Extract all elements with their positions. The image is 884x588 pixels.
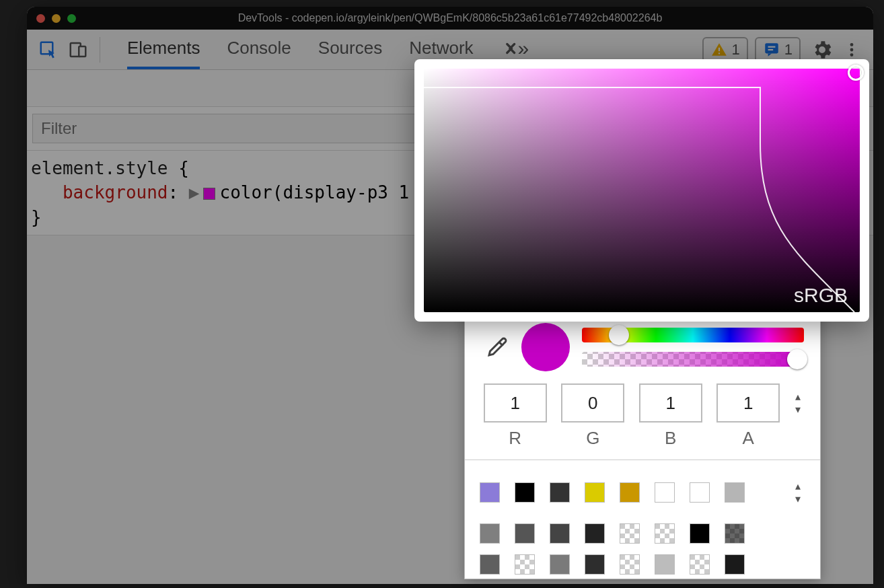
chevron-down-icon: ▾ xyxy=(795,403,801,416)
chevron-up-icon: ▴ xyxy=(795,390,801,403)
chevron-down-icon: ▾ xyxy=(795,492,801,505)
issues-count: 1 xyxy=(784,41,793,59)
tab-elements[interactable]: Elements xyxy=(127,30,200,69)
palette-swatch[interactable] xyxy=(620,523,640,544)
close-button[interactable] xyxy=(36,14,45,23)
palette-swatch[interactable] xyxy=(515,554,535,575)
gear-icon xyxy=(811,38,834,61)
svg-rect-3 xyxy=(718,47,719,50)
css-value: color(display-p3 1 0 xyxy=(219,182,430,203)
spectrum-drag-handle[interactable] xyxy=(848,65,864,81)
palette-swatch[interactable] xyxy=(480,482,500,503)
color-spectrum[interactable]: sRGB xyxy=(424,69,860,312)
alpha-slider-knob[interactable] xyxy=(787,349,807,369)
palette-swatch[interactable] xyxy=(725,554,745,575)
chevron-up-icon: ▴ xyxy=(795,480,801,492)
hue-slider[interactable] xyxy=(582,328,804,342)
palette-swatch[interactable] xyxy=(515,482,535,503)
color-swatch-button[interactable] xyxy=(203,188,215,200)
palette-swatch[interactable] xyxy=(585,554,605,575)
css-property-name: background xyxy=(63,182,168,203)
palette-swatch[interactable] xyxy=(725,482,745,503)
channel-inputs-row: 1 R 0 G 1 B 1 A ▴ ▾ xyxy=(465,377,820,451)
kebab-icon xyxy=(843,41,860,59)
color-format-toggle[interactable]: ▴ ▾ xyxy=(790,383,805,422)
b-label: B xyxy=(665,428,676,449)
palette-row-3 xyxy=(480,554,805,575)
tab-console[interactable]: Console xyxy=(227,30,291,69)
palette-swatch[interactable] xyxy=(655,554,675,575)
g-input[interactable]: 0 xyxy=(561,383,624,422)
warnings-badge[interactable]: 1 xyxy=(702,37,748,63)
eyedropper-button[interactable] xyxy=(485,335,509,359)
svg-point-9 xyxy=(850,48,854,51)
palette-swatch[interactable] xyxy=(550,482,570,503)
svg-rect-6 xyxy=(768,46,775,47)
titlebar: DevTools - codepen.io/argyleink/pen/QWBg… xyxy=(27,7,873,30)
current-color-swatch xyxy=(521,323,570,371)
warning-icon xyxy=(710,41,728,59)
svg-rect-2 xyxy=(79,46,85,57)
palette-swatch[interactable] xyxy=(515,523,535,544)
palette-swatch[interactable] xyxy=(550,523,570,544)
inspect-element-button[interactable] xyxy=(34,35,63,65)
palette-swatch[interactable] xyxy=(480,523,500,544)
css-selector: element.style xyxy=(31,158,168,178)
palette-swatch[interactable] xyxy=(655,523,675,544)
window-controls xyxy=(36,14,76,23)
expand-caret-icon[interactable]: ▶ xyxy=(189,182,200,203)
palette-swatch[interactable] xyxy=(585,523,605,544)
palette-swatch[interactable] xyxy=(690,554,710,575)
maximize-button[interactable] xyxy=(67,14,76,23)
info-icon xyxy=(763,41,780,59)
palette-swatch[interactable] xyxy=(690,523,710,544)
gamut-label: sRGB xyxy=(794,284,848,307)
palette-row-2 xyxy=(480,523,805,544)
warnings-count: 1 xyxy=(732,41,740,59)
window-title: DevTools - codepen.io/argyleink/pen/QWBg… xyxy=(238,12,663,24)
palette-swatch[interactable] xyxy=(725,523,745,544)
toolbar-divider xyxy=(100,37,100,63)
r-label: R xyxy=(509,428,521,449)
palette-row-1: ▴ ▾ xyxy=(480,472,805,513)
g-label: G xyxy=(586,428,599,449)
palette-swatch[interactable] xyxy=(550,554,570,575)
palette-section: ▴ ▾ xyxy=(465,460,820,579)
a-input[interactable]: 1 xyxy=(716,383,780,422)
svg-rect-4 xyxy=(718,52,719,54)
r-input[interactable]: 1 xyxy=(484,383,547,422)
palette-swatch[interactable] xyxy=(620,482,640,503)
alpha-slider[interactable] xyxy=(582,352,804,367)
svg-point-10 xyxy=(850,53,854,57)
issues-badge[interactable]: 1 xyxy=(755,37,801,63)
svg-rect-7 xyxy=(768,48,773,50)
b-input[interactable]: 1 xyxy=(639,383,702,422)
svg-rect-5 xyxy=(765,43,778,53)
color-tools-row xyxy=(465,314,820,377)
color-spectrum-popup: sRGB xyxy=(414,59,869,322)
palette-swatch[interactable] xyxy=(480,554,500,575)
palette-swatch[interactable] xyxy=(585,482,605,503)
eyedropper-icon xyxy=(485,335,509,359)
tab-sources[interactable]: Sources xyxy=(318,30,382,69)
device-toolbar-button[interactable] xyxy=(63,35,93,65)
palette-expand-toggle[interactable]: ▴ ▾ xyxy=(790,472,805,513)
palette-swatch[interactable] xyxy=(655,482,675,503)
srgb-gamut-boundary xyxy=(424,69,860,312)
svg-point-8 xyxy=(850,43,854,46)
palette-swatch[interactable] xyxy=(620,554,640,575)
minimize-button[interactable] xyxy=(52,14,61,23)
a-label: A xyxy=(743,428,754,449)
palette-swatch[interactable] xyxy=(690,482,710,503)
hue-slider-knob[interactable] xyxy=(609,325,629,345)
